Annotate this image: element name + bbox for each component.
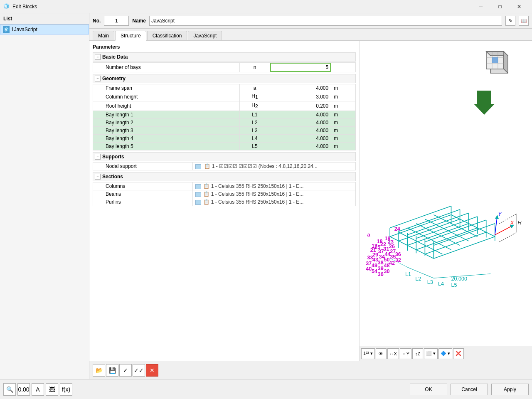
open-btn[interactable]: 📂 [93,364,105,377]
check2-btn[interactable]: ✓✓ [133,364,145,377]
table-row: Columns 📋 1 - Celsius 355 RHS 250x150x16… [93,182,356,190]
bay1-val: 4.000 [270,111,331,118]
basic-data-table: Number of bays n [93,62,356,72]
svg-line-24 [399,209,460,232]
svg-marker-9 [474,91,495,115]
minimize-button[interactable]: ─ [471,0,490,13]
delete-btn[interactable]: ✕ [146,364,158,377]
bay4-val: 4.000 [270,134,331,142]
bay1-unit: m [331,111,356,118]
svg-text:30: 30 [384,268,389,274]
check-btn[interactable]: ✓ [119,364,132,377]
svg-line-41 [495,226,512,235]
beams-val: 📋 1 - Celsius 355 RHS 250x150x16 | 1 - E… [193,190,356,198]
view-btn[interactable]: 👁 [376,348,387,359]
tool-fx[interactable]: f(x) [60,383,72,396]
table-row: Bay length 5 L5 4.000 m [93,142,356,150]
nodal-support-val: 📋 1 - ☑☑☑☑ ☑☑☑☑ (Nodes : 4,8,12,16,20,24… [193,162,356,170]
collapse-sections[interactable]: − [95,174,101,180]
geometry-header[interactable]: − Geometry [93,74,356,83]
y-axis-btn[interactable]: ↔Y [400,348,411,359]
svg-text:36: 36 [378,271,384,277]
tool-search[interactable]: 🔍 [3,383,16,396]
col-height-name: Column height [93,92,240,101]
bay2-name: Bay length 2 [93,118,240,126]
title-bar: 🧊 Edit Blocks ─ □ ✕ [0,0,532,13]
field-unit-bays [331,63,356,72]
close-button[interactable]: ✕ [510,0,529,13]
tab-classification[interactable]: Classification [147,31,187,40]
bay4-name: Bay length 4 [93,134,240,142]
svg-line-18 [407,228,451,250]
numbering-btn[interactable]: 1²³ ▾ [361,348,375,359]
maximize-button[interactable]: □ [490,0,510,13]
bay4-sym: L4 [239,134,270,142]
bottom-toolbar: 📂 💾 ✓ ✓✓ ✕ [89,361,532,379]
no-name-bar: No. Name ✎ 📖 [89,13,532,29]
tab-main[interactable]: Main [93,31,114,40]
purlins-val: 📋 1 - Celsius 355 RHS 250x150x16 | 1 - E… [193,198,356,206]
table-row: Bay length 3 L3 4.000 m [93,126,356,134]
roof-height-name: Roof height [93,101,240,111]
bay5-val: 4.000 [270,142,331,150]
view-mode-btn[interactable]: ⬜ ▾ [424,348,438,359]
table-row: Bay length 2 L2 4.000 m [93,118,356,126]
ok-button[interactable]: OK [410,384,447,395]
name-input[interactable] [149,16,502,26]
params-panel: Parameters − Basic Data Number of bays n [89,41,360,361]
svg-text:L2: L2 [415,276,421,282]
content-area: List 🧊 1 JavaScript No. Name ✎ 📖 Main [0,13,532,379]
cancel-button[interactable]: Cancel [451,384,488,395]
bay1-sym: L1 [239,111,270,118]
z-axis-btn[interactable]: ↕Z [412,348,423,359]
col-height-sym: H1 [239,92,270,101]
list-item[interactable]: 🧊 1 JavaScript [0,25,89,34]
svg-text:20.000: 20.000 [451,276,468,282]
cube-preview [482,47,515,76]
tab-structure[interactable]: Structure [115,31,146,41]
svg-text:37: 37 [366,261,372,266]
svg-line-20 [425,219,468,241]
bays-input[interactable] [270,63,331,72]
basic-data-title: Basic Data [102,54,128,60]
svg-text:49: 49 [372,263,377,268]
bay3-name: Bay length 3 [93,126,240,134]
frame-span-sym: a [239,84,270,92]
roof-height-val: 0.200 [270,101,331,111]
svg-line-26 [416,217,477,239]
collapse-supports[interactable]: − [95,154,101,160]
save-btn[interactable]: 💾 [106,364,118,377]
svg-line-55 [499,232,517,242]
close-view-btn[interactable]: ❌ [453,348,464,359]
main-container: List 🧊 1 JavaScript No. Name ✎ 📖 Main [0,13,532,399]
supports-header[interactable]: − Supports [93,152,356,161]
collapse-geometry[interactable]: − [95,76,101,81]
dialog-buttons: OK Cancel Apply [410,384,529,395]
table-row: Number of bays n [93,63,356,72]
no-input[interactable] [104,16,129,26]
bay2-val: 4.000 [270,118,331,126]
tool-a[interactable]: A [32,383,44,396]
no-label: No. [93,18,101,24]
columns-name: Columns [93,182,193,190]
apply-button[interactable]: Apply [491,384,529,395]
collapse-basic-data[interactable]: − [95,54,101,60]
field-val-bays[interactable] [270,63,331,72]
x-axis-btn[interactable]: ↔X [387,348,399,359]
col-height-val: 3.000 [270,92,331,101]
svg-line-54 [499,214,517,224]
svg-text:42: 42 [389,260,395,266]
frame-span-val: 4.000 [270,84,331,92]
basic-data-header[interactable]: − Basic Data [93,52,356,62]
render-btn[interactable]: 🔷 ▾ [438,348,452,359]
sections-header[interactable]: − Sections [93,172,356,181]
svg-text:39: 39 [378,266,384,271]
svg-text:L5: L5 [451,282,457,288]
window-title: Edit Blocks [12,4,471,10]
svg-text:L1: L1 [405,271,411,277]
book-icon-btn[interactable]: 📖 [519,16,529,26]
tool-zero[interactable]: 0.00 [17,383,30,396]
tool-frame[interactable]: 🖼 [46,383,58,396]
tab-javascript[interactable]: JavaScript [188,31,222,40]
edit-icon-btn[interactable]: ✎ [505,16,515,26]
